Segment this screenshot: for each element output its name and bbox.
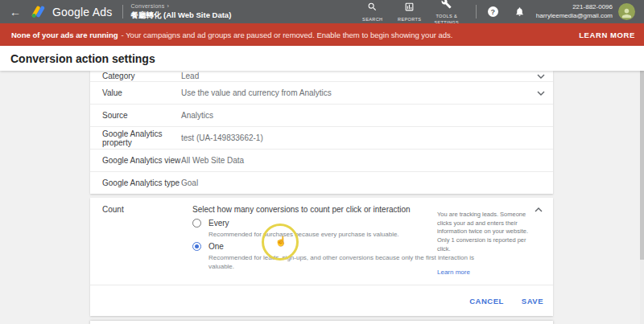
topbar-divider xyxy=(476,5,477,18)
radio-option-one[interactable]: One xyxy=(192,242,224,251)
search-icon xyxy=(367,1,378,15)
learn-more-button[interactable]: LEARN MORE xyxy=(579,31,635,39)
alert-bold-text: None of your ads are running xyxy=(11,31,118,39)
row-value: Use the value and currency from Analytic… xyxy=(181,88,537,97)
page-title: Conversion action settings xyxy=(10,52,155,65)
wrench-icon xyxy=(441,0,452,12)
row-label: Google Analytics view xyxy=(90,156,181,165)
radio-unselected-icon[interactable] xyxy=(192,219,201,228)
row-value: All Web Site Data xyxy=(181,156,553,165)
radio-description: Recommended for purchases because every … xyxy=(208,231,474,240)
help-icon[interactable]: ? xyxy=(488,6,498,17)
settings-row-category[interactable]: Category Lead xyxy=(90,71,553,81)
help-panel-text: You are tracking leads. Someone clicks y… xyxy=(437,211,529,253)
reports-chart-icon xyxy=(404,1,415,15)
back-icon[interactable]: ← xyxy=(10,6,21,18)
row-label: Value xyxy=(90,88,181,97)
breadcrumb[interactable]: Conversions› 餐廳轉化 (All Web Site Data) xyxy=(130,3,231,20)
radio-selected-icon[interactable] xyxy=(192,242,201,251)
next-card-edge xyxy=(90,321,553,324)
notifications-bell-icon[interactable] xyxy=(514,6,525,17)
account-id: 221-882-0096 xyxy=(572,3,613,11)
google-ads-logo-icon xyxy=(31,6,45,18)
chevron-up-icon[interactable] xyxy=(535,207,543,212)
chevron-down-icon[interactable] xyxy=(537,74,545,79)
breadcrumb-section[interactable]: Conversions xyxy=(130,3,164,9)
count-settings-card: Count Select how many conversions to cou… xyxy=(90,198,553,316)
search-label: SEARCH xyxy=(357,17,388,23)
settings-row-source: Source Analytics xyxy=(90,104,553,126)
reports-button[interactable]: REPORTS xyxy=(391,1,428,23)
radio-option-every[interactable]: Every xyxy=(192,219,229,228)
settings-row-value[interactable]: Value Use the value and currency from An… xyxy=(90,81,553,104)
brand-name: Google Ads xyxy=(52,6,112,18)
radio-label: Every xyxy=(208,219,229,228)
chevron-down-icon[interactable] xyxy=(537,91,545,96)
scrollbar-thumb[interactable] xyxy=(640,71,644,260)
breadcrumb-chevron-icon: › xyxy=(167,3,170,9)
row-value: test (UA-149833662-1) xyxy=(181,133,553,142)
settings-row-ga-view: Google Analytics view All Web Site Data xyxy=(90,149,553,171)
settings-row-ga-property: Google Analytics property test (UA-14983… xyxy=(90,126,553,149)
radio-label: One xyxy=(208,242,224,251)
settings-row-ga-type: Google Analytics type Goal xyxy=(90,171,553,194)
row-label: Google Analytics type xyxy=(90,178,181,187)
card-footer: CANCEL SAVE xyxy=(90,285,553,316)
row-label: Category xyxy=(90,72,181,80)
save-button[interactable]: SAVE xyxy=(522,297,543,306)
click-highlight-ring: ☝ xyxy=(262,224,299,260)
avatar[interactable] xyxy=(618,3,635,20)
count-label: Count xyxy=(102,205,124,214)
page-header: Conversion action settings xyxy=(0,46,644,71)
top-app-bar: ← Google Ads Conversions› 餐廳轉化 (All Web … xyxy=(0,0,644,23)
topbar-divider xyxy=(122,5,123,18)
row-value: Analytics xyxy=(181,111,553,120)
cancel-button[interactable]: CANCEL xyxy=(469,297,504,306)
content-area: Category Lead Value Use the value and cu… xyxy=(0,71,644,324)
count-question: Select how many conversions to count per… xyxy=(192,205,411,214)
breadcrumb-title: 餐廳轉化 (All Web Site Data) xyxy=(130,10,231,20)
account-info: 221-882-0096 harryleemedia@gmail.com xyxy=(536,3,613,20)
row-value: Goal xyxy=(181,178,553,187)
ads-paused-alert-banner: None of your ads are running - Your camp… xyxy=(0,23,644,46)
row-label: Source xyxy=(90,111,181,120)
alert-text: - Your campaigns and ad groups are pause… xyxy=(122,31,453,39)
hand-cursor-icon: ☝ xyxy=(275,236,287,247)
account-email: harryleemedia@gmail.com xyxy=(536,12,613,20)
reports-label: REPORTS xyxy=(394,17,425,23)
tools-settings-button[interactable]: TOOLS & SETTINGS xyxy=(428,0,465,26)
row-label: Google Analytics property xyxy=(90,129,181,147)
learn-more-link[interactable]: Learn more xyxy=(437,269,470,276)
conversion-settings-card: Category Lead Value Use the value and cu… xyxy=(90,71,553,194)
row-value: Lead xyxy=(181,72,537,80)
search-button[interactable]: SEARCH xyxy=(354,1,391,23)
